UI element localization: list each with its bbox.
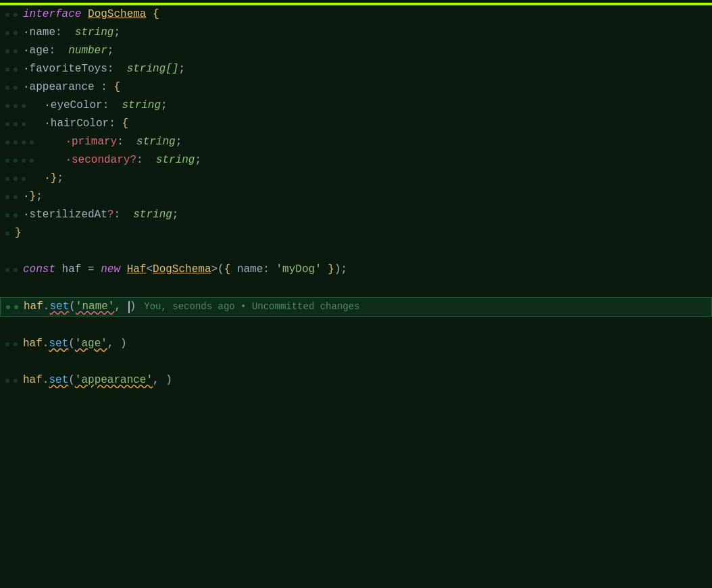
code-line-2: ·name: string;	[0, 24, 712, 42]
code-line-20	[0, 353, 712, 371]
gutter-5	[5, 86, 18, 90]
gutter-6	[5, 104, 26, 108]
code-line-4: ·favoriteToys: string[];	[0, 60, 712, 78]
gutter-1	[5, 13, 18, 17]
code-line-5: ·appearance : {	[0, 78, 712, 97]
gutter-8	[5, 140, 34, 144]
code-line-18	[0, 317, 712, 335]
code-line-15: const haf = new Haf<DogSchema>({ name: '…	[0, 261, 712, 279]
code-line-8: ·primary: string;	[0, 133, 712, 151]
gutter-21	[5, 379, 18, 383]
kw-interface: interface	[23, 5, 81, 24]
code-line-7: ·hairColor: {	[0, 115, 712, 133]
class-dogschema: DogSchema	[88, 5, 146, 24]
code-line-14	[0, 242, 712, 261]
gutter-2	[5, 31, 18, 35]
gutter-12	[5, 213, 18, 217]
code-line-9: ·secondary?: string;	[0, 151, 712, 169]
gutter-10	[5, 177, 26, 181]
gutter-4	[5, 68, 18, 72]
code-line-11: ·};	[0, 188, 712, 206]
gutter-19	[5, 342, 18, 346]
code-line-19: haf.set('age', )	[0, 335, 712, 353]
code-line-17: haf.set('name', ) You, seconds ago • Unc…	[0, 297, 712, 317]
gutter-15	[5, 268, 18, 272]
code-line-10: ·};	[0, 169, 712, 188]
gutter-9	[5, 159, 34, 163]
gutter-13	[5, 232, 9, 236]
code-line-12: ·sterilizedAt?: string;	[0, 206, 712, 224]
code-line-3: ·age: number;	[0, 42, 712, 60]
git-hint: You, seconds ago • Uncommitted changes	[144, 298, 359, 316]
code-line-6: ·eyeColor: string;	[0, 97, 712, 115]
code-line-16	[0, 279, 712, 297]
code-line-21: haf.set('appearance', )	[0, 371, 712, 390]
gutter-7	[5, 122, 26, 126]
gutter-3	[5, 49, 18, 53]
code-editor: interface DogSchema { ·name: string; ·ag…	[0, 0, 712, 588]
code-line-13: }	[0, 224, 712, 242]
code-line-1: interface DogSchema {	[0, 5, 712, 24]
gutter-11	[5, 195, 18, 199]
gutter-17	[6, 305, 18, 309]
